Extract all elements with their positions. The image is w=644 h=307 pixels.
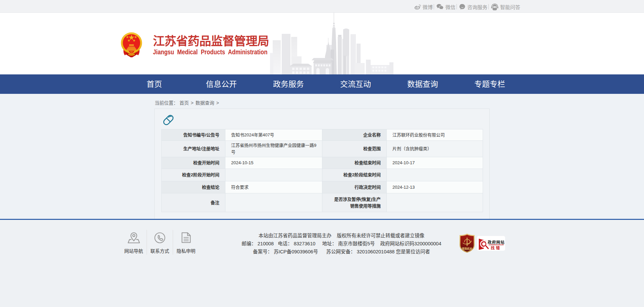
svg-text:政府网站: 政府网站 — [488, 240, 505, 244]
svg-text:找错: 找错 — [491, 246, 501, 250]
svg-text:党政机关: 党政机关 — [462, 247, 472, 250]
